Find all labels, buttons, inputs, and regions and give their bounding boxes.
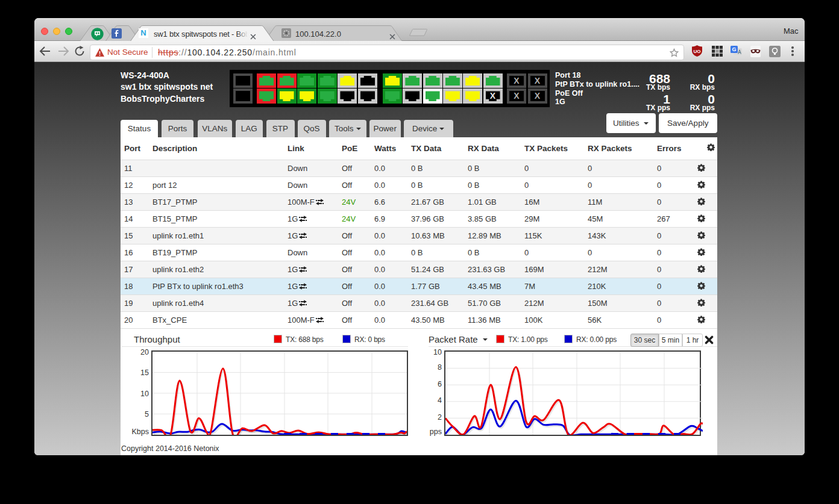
svg-text:UO: UO: [694, 49, 701, 54]
svg-text:G: G: [732, 46, 736, 52]
